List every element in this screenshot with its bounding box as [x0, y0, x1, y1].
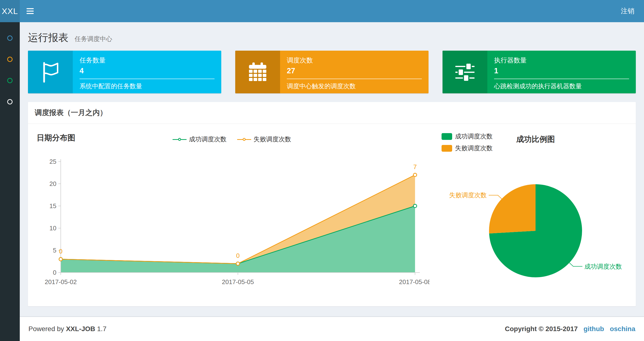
svg-text:10: 10 — [50, 224, 56, 232]
brand: XXL-JOB — [66, 325, 95, 332]
sidebar-item-3[interactable] — [0, 91, 20, 112]
report-panel-header: 调度报表（一月之内） — [28, 102, 636, 124]
divider — [494, 79, 629, 79]
info-box-triggers: 调度次数 27 调度中心触发的调度次数 — [235, 51, 428, 93]
github-link[interactable]: github — [584, 325, 604, 332]
svg-text:25: 25 — [50, 158, 56, 165]
hamburger-icon — [26, 8, 34, 9]
info-box-executors: 执行器数量 1 心跳检测成功的执行器机器数量 — [442, 51, 636, 93]
line-legend-marker-fail — [237, 137, 251, 142]
pie-chart: 成功比例图 成功调度次数 失败调度次数 成功调度次数失败调度次数 — [442, 129, 630, 301]
svg-text:2017-05-02: 2017-05-02 — [45, 278, 77, 285]
pie-legend-item-success[interactable]: 成功调度次数 — [442, 132, 493, 141]
line-legend-marker-success — [172, 137, 186, 142]
powered-by: Powered by XXL-JOB 1.7 — [28, 325, 106, 333]
info-box-value: 4 — [80, 67, 214, 75]
report-panel-title: 调度报表（一月之内） — [35, 108, 629, 118]
pie-legend-swatch-success — [442, 133, 452, 140]
sidebar-toggle-button[interactable] — [20, 0, 40, 22]
legend-item-fail[interactable]: 失败调度次数 — [237, 135, 291, 144]
pie-chart-svg: 成功调度次数失败调度次数 — [442, 129, 630, 301]
sidebar-item-0[interactable] — [0, 28, 20, 49]
info-box-label: 任务数量 — [80, 56, 214, 65]
oschina-link[interactable]: oschina — [610, 325, 635, 332]
sidebar-item-2[interactable] — [0, 70, 20, 91]
info-box-label: 调度次数 — [287, 56, 422, 65]
pie-legend-swatch-fail — [442, 145, 452, 152]
divider — [80, 79, 214, 79]
pie-chart-legend: 成功调度次数 失败调度次数 — [442, 132, 493, 152]
info-boxes-row: 任务数量 4 系统中配置的任务数量 — [28, 51, 636, 93]
sliders-icon — [442, 51, 487, 93]
circle-icon — [7, 78, 12, 83]
line-chart-svg: 05101520252017-05-022017-05-052017-05-08… — [34, 152, 430, 297]
svg-text:2017-05-05: 2017-05-05 — [222, 278, 254, 285]
circle-icon — [7, 57, 12, 62]
info-box-jobs: 任务数量 4 系统中配置的任务数量 — [28, 51, 221, 93]
svg-text:失败调度次数: 失败调度次数 — [449, 191, 487, 199]
svg-text:2017-05-08: 2017-05-08 — [399, 278, 430, 285]
svg-text:15: 15 — [50, 202, 56, 210]
calendar-icon — [235, 51, 280, 93]
circle-icon — [7, 36, 12, 41]
main-footer: Powered by XXL-JOB 1.7 Copyright © 2015-… — [20, 316, 644, 341]
line-chart: 日期分布图 成功调度次数 失败调度次数 05101520252017-05-02… — [34, 129, 430, 301]
line-chart-title: 日期分布图 — [37, 133, 75, 143]
main-header: XXL 注销 — [0, 0, 644, 22]
info-box-label: 执行器数量 — [494, 56, 629, 65]
info-box-value: 27 — [287, 67, 422, 75]
sidebar — [0, 22, 20, 341]
svg-text:7: 7 — [413, 163, 417, 171]
info-box-description: 调度中心触发的调度次数 — [287, 82, 422, 90]
svg-text:成功调度次数: 成功调度次数 — [584, 263, 622, 270]
flag-icon — [28, 51, 73, 93]
svg-text:5: 5 — [53, 247, 56, 254]
divider — [287, 79, 422, 79]
svg-text:0: 0 — [59, 248, 62, 255]
content-header: 运行报表 任务调度中心 — [28, 22, 636, 51]
circle-icon — [7, 99, 12, 104]
svg-text:0: 0 — [236, 252, 240, 259]
info-box-description: 心跳检测成功的执行器机器数量 — [494, 82, 629, 90]
page-title: 运行报表 任务调度中心 — [28, 31, 636, 44]
copyright: Copyright © 2015-2017 github oschina — [505, 325, 635, 333]
content-wrapper: 运行报表 任务调度中心 任务数量 4 系统中配置的任务数量 — [20, 22, 644, 306]
logout-link[interactable]: 注销 — [611, 0, 644, 22]
info-box-value: 1 — [494, 67, 629, 75]
svg-text:20: 20 — [50, 180, 56, 187]
svg-text:0: 0 — [53, 269, 56, 276]
navbar: 注销 — [20, 0, 644, 22]
logo[interactable]: XXL — [0, 0, 20, 22]
report-panel: 调度报表（一月之内） 日期分布图 成功调度次数 失败调度次数 051015202… — [28, 102, 636, 306]
info-box-description: 系统中配置的任务数量 — [80, 82, 214, 90]
pie-legend-item-fail[interactable]: 失败调度次数 — [442, 144, 493, 152]
sidebar-item-1[interactable] — [0, 49, 20, 70]
page-subtitle: 任务调度中心 — [75, 35, 112, 43]
line-chart-legend: 成功调度次数 失败调度次数 — [172, 135, 291, 144]
legend-item-success[interactable]: 成功调度次数 — [172, 135, 226, 144]
